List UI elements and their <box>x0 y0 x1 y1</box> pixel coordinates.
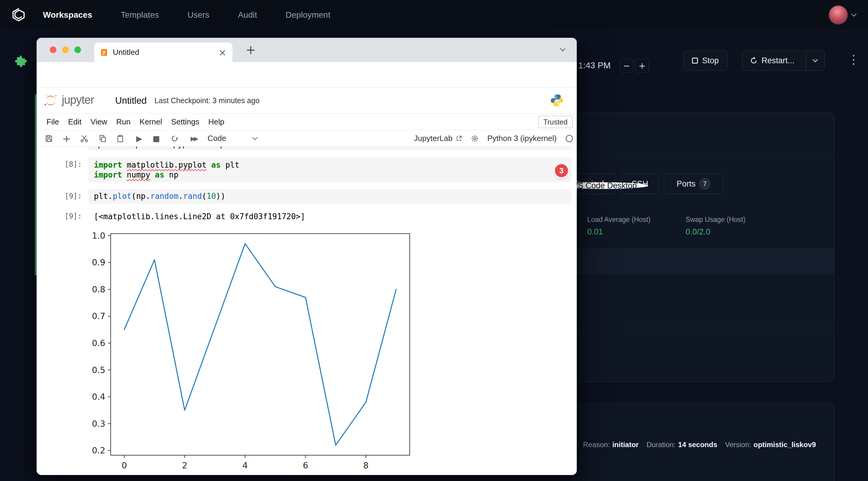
notebook-toolbar: + ▶ ■ ▶▶ Code JupyterLab <box>37 130 577 147</box>
top-nav: Workspaces Templates Users Audit Deploym… <box>0 0 868 30</box>
restart-icon <box>749 56 758 65</box>
stat-label: Load Average (Host) <box>587 216 651 224</box>
window-close-button[interactable] <box>50 46 56 53</box>
svg-text:0.4: 0.4 <box>92 392 105 402</box>
nav-item-workspaces[interactable]: Workspaces <box>43 10 92 20</box>
output-prompt: [9]: <box>37 212 82 220</box>
build-duration: Duration:14 seconds <box>646 441 717 449</box>
scrolled-cell-fragment: import matplotlib.pyplot as plt <box>89 147 571 150</box>
svg-text:6: 6 <box>303 460 308 471</box>
input-prompt: [8]: <box>37 160 82 168</box>
zoom-out-button[interactable]: − <box>620 59 633 72</box>
stop-button[interactable]: Stop <box>683 51 727 71</box>
menu-item-kernel[interactable]: Kernel <box>135 117 166 127</box>
notebook-menubar: File Edit View Run Kernel Settings Help … <box>37 114 577 130</box>
svg-text:0.6: 0.6 <box>92 338 105 348</box>
nav-item-deployment[interactable]: Deployment <box>285 10 330 20</box>
ports-button[interactable]: Ports 7 <box>664 173 723 194</box>
svg-text:8: 8 <box>363 460 369 471</box>
svg-text:4: 4 <box>242 460 248 471</box>
new-tab-button[interactable]: + <box>243 42 258 58</box>
window-zoom-button[interactable] <box>74 46 81 53</box>
matplotlib-figure: 024680.20.30.40.50.60.70.80.91.0 <box>82 227 427 473</box>
paste-cells-button[interactable] <box>115 133 126 144</box>
restart-button[interactable]: Restart... <box>742 51 802 70</box>
notebook-title[interactable]: Untitled <box>115 95 147 106</box>
stop-icon <box>692 58 698 64</box>
run-all-button[interactable]: ▶▶ <box>187 133 201 144</box>
svg-text:0.3: 0.3 <box>92 419 105 429</box>
copy-cells-button[interactable] <box>97 133 108 144</box>
execution-queue-badge: 3 <box>555 164 568 177</box>
jupyter-logo <box>44 94 58 107</box>
coder-logo[interactable] <box>11 8 26 22</box>
ports-label: Ports <box>677 179 695 189</box>
notebook-header: jupyter Untitled Last Checkpoint: 3 minu… <box>37 88 577 114</box>
stat-value: 0.0/2.0 <box>686 227 745 236</box>
browser-tab-strip: Untitled × + <box>37 38 577 62</box>
nav-item-templates[interactable]: Templates <box>121 10 159 20</box>
stat-load-average: Load Average (Host) 0.01 <box>587 216 651 236</box>
avatar-chevron-icon[interactable] <box>850 13 857 17</box>
add-cell-button[interactable]: + <box>61 133 72 144</box>
tab-close-button[interactable]: × <box>218 48 226 57</box>
restart-kernel-button[interactable] <box>169 133 180 144</box>
restart-dropdown-button[interactable] <box>806 51 825 70</box>
user-avatar[interactable] <box>829 6 847 24</box>
menu-item-view[interactable]: View <box>86 117 112 127</box>
zoom-in-button[interactable]: + <box>635 59 649 72</box>
jupyterlab-link[interactable]: JupyterLab <box>414 134 462 143</box>
chevron-down-icon <box>812 59 818 62</box>
svg-text:2: 2 <box>182 460 187 471</box>
svg-text:0.5: 0.5 <box>92 365 105 375</box>
notebook-favicon <box>100 49 108 56</box>
restart-label: Restart... <box>762 56 795 65</box>
kernel-status-icon <box>565 134 574 143</box>
menu-item-settings[interactable]: Settings <box>166 117 204 127</box>
checkpoint-text: Last Checkpoint: 3 minutes ago <box>154 96 259 105</box>
svg-text:0.8: 0.8 <box>92 285 105 294</box>
kernel-name[interactable]: Python 3 (ipykernel) <box>487 134 557 143</box>
puzzle-extension-icon[interactable] <box>12 54 28 69</box>
code-cell-8[interactable]: import matplotlib.pyplot as pltimport nu… <box>89 158 571 182</box>
stat-swap-usage: Swap Usage (Host) 0.0/2.0 <box>686 216 745 236</box>
stop-label: Stop <box>702 56 719 65</box>
kernel-settings-gear-icon[interactable] <box>471 134 479 143</box>
menu-item-edit[interactable]: Edit <box>64 117 86 127</box>
trusted-badge[interactable]: Trusted <box>538 116 572 128</box>
notebook-cells: import matplotlib.pyplot as plt [8]: imp… <box>37 147 577 475</box>
menu-item-run[interactable]: Run <box>112 117 135 127</box>
interrupt-kernel-button[interactable]: ■ <box>151 133 162 144</box>
cut-cells-button[interactable] <box>79 133 90 144</box>
browser-tab[interactable]: Untitled × <box>94 42 232 62</box>
run-cell-button[interactable]: ▶ <box>133 133 145 144</box>
workspace-overflow-menu[interactable]: ⋮ <box>847 53 860 65</box>
window-minimize-button[interactable] <box>62 46 69 53</box>
build-version: Version:optimistic_liskov9 <box>725 441 816 449</box>
browser-window: Untitled × + ← → 5555--main--test--matif… <box>37 38 577 475</box>
svg-text:0.7: 0.7 <box>92 311 105 321</box>
input-prompt: [9]: <box>37 192 82 200</box>
jupyter-wordmark: jupyter <box>62 94 94 106</box>
tabstrip-chevron-icon[interactable] <box>559 47 566 52</box>
output-text: [<matplotlib.lines.Line2D at 0x7fd03f191… <box>94 212 305 221</box>
stat-label: Swap Usage (Host) <box>686 216 745 224</box>
build-reason: Reason:initiator <box>583 441 639 449</box>
cell-type-dropdown[interactable]: Code <box>208 130 258 147</box>
nav-item-users[interactable]: Users <box>187 10 209 20</box>
build-info-row: Reason:initiator Duration:14 seconds Ver… <box>583 441 816 449</box>
stat-value: 0.01 <box>587 227 651 236</box>
tab-title: Untitled <box>113 48 218 57</box>
python-logo <box>550 94 564 107</box>
nav-item-audit[interactable]: Audit <box>238 10 257 20</box>
code-cell-9[interactable]: plt.plot(np.random.rand(10)) <box>89 189 571 203</box>
save-button[interactable] <box>43 133 55 144</box>
menu-item-help[interactable]: Help <box>204 117 228 127</box>
svg-text:0: 0 <box>121 460 127 471</box>
browser-toolbar: ← → 5555--main--test--matifali.atif.cdr.… <box>37 62 577 88</box>
external-link-icon <box>456 135 462 142</box>
menu-item-file[interactable]: File <box>42 117 64 127</box>
ports-count-badge: 7 <box>699 178 711 190</box>
svg-text:0.9: 0.9 <box>92 258 105 267</box>
primary-nav: Workspaces Templates Users Audit Deploym… <box>43 10 330 20</box>
